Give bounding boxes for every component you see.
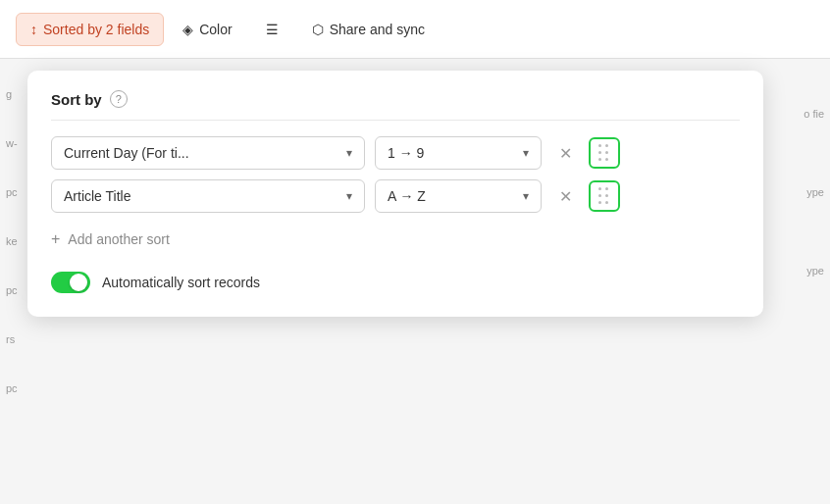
chevron-down-icon-2: ▾ xyxy=(523,146,529,160)
color-icon: ◈ xyxy=(182,22,193,37)
help-icon[interactable]: ? xyxy=(110,90,128,108)
remove-row-2-button[interactable]: ✕ xyxy=(551,182,579,210)
add-sort-label: Add another sort xyxy=(68,231,170,247)
plus-icon: + xyxy=(51,230,60,248)
sort-header: Sort by ? xyxy=(51,90,740,108)
auto-sort-label: Automatically sort records xyxy=(102,275,260,290)
bg-label-4: ke xyxy=(6,235,18,247)
bg-label-2: w- xyxy=(6,137,18,149)
toggle-knob xyxy=(70,274,87,291)
divider xyxy=(51,120,740,121)
sort-row-1: Current Day (For ti... ▾ 1 → 9 ▾ ✕ xyxy=(51,136,740,170)
bg-label-6: rs xyxy=(6,333,15,345)
bg-label-1: g xyxy=(6,88,12,100)
share-icon: ⬡ xyxy=(312,22,324,37)
toolbar: ↕ Sorted by 2 fields ◈ Color ☰ ⬡ Share a… xyxy=(0,0,830,59)
order-select-2[interactable]: A → Z ▾ xyxy=(375,179,542,213)
bg-label-right-3: ype xyxy=(806,265,824,277)
color-button[interactable]: ◈ Color xyxy=(168,13,246,46)
field-select-1[interactable]: Current Day (For ti... ▾ xyxy=(51,136,365,170)
remove-row-1-button[interactable]: ✕ xyxy=(551,139,579,167)
field-select-2-value: Article Title xyxy=(64,188,130,204)
filter-button[interactable]: ☰ xyxy=(251,13,293,46)
field-select-1-value: Current Day (For ti... xyxy=(64,145,189,161)
drag-handle-2[interactable] xyxy=(589,180,620,212)
bg-label-7: pc xyxy=(6,382,18,394)
order-select-1[interactable]: 1 → 9 ▾ xyxy=(375,136,542,170)
color-button-label: Color xyxy=(199,22,232,37)
sort-button[interactable]: ↕ Sorted by 2 fields xyxy=(16,13,164,46)
drag-dots-1 xyxy=(598,144,610,163)
share-sync-button[interactable]: ⬡ Share and sync xyxy=(297,13,440,46)
share-button-label: Share and sync xyxy=(330,22,425,37)
sort-row-2: Article Title ▾ A → Z ▾ ✕ xyxy=(51,179,740,213)
bg-label-5: pc xyxy=(6,284,18,296)
order-select-2-value: A → Z xyxy=(388,188,426,204)
sort-panel-title: Sort by xyxy=(51,91,102,108)
bg-label-3: pc xyxy=(6,186,18,198)
add-sort-button[interactable]: + Add another sort xyxy=(51,227,170,252)
chevron-down-icon-1: ▾ xyxy=(346,146,352,160)
bg-label-right-2: ype xyxy=(806,186,824,198)
filter-icon: ☰ xyxy=(266,22,279,37)
bg-label-right-1: o fie xyxy=(804,108,824,120)
close-icon-2: ✕ xyxy=(559,187,572,206)
field-select-2[interactable]: Article Title ▾ xyxy=(51,179,365,213)
sort-button-label: Sorted by 2 fields xyxy=(43,22,149,37)
auto-sort-toggle[interactable] xyxy=(51,272,90,293)
drag-dots-2 xyxy=(598,187,610,206)
sort-rows: Current Day (For ti... ▾ 1 → 9 ▾ ✕ Ar xyxy=(51,136,740,213)
order-select-1-value: 1 → 9 xyxy=(388,145,424,161)
auto-sort-row: Automatically sort records xyxy=(51,272,740,293)
chevron-down-icon-3: ▾ xyxy=(346,189,352,203)
chevron-down-icon-4: ▾ xyxy=(523,189,529,203)
drag-handle-1[interactable] xyxy=(589,137,620,169)
close-icon-1: ✕ xyxy=(559,144,572,163)
sort-panel: Sort by ? Current Day (For ti... ▾ 1 → 9… xyxy=(27,71,763,317)
sort-icon: ↕ xyxy=(30,22,37,37)
